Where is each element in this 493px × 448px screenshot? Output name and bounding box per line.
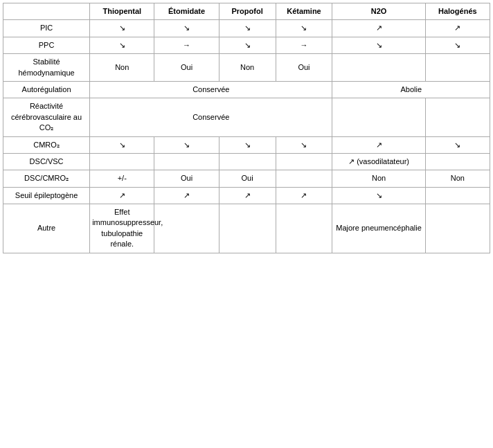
cell-ketamine: ↗ [276, 187, 332, 204]
cell-conservee: Conservée [90, 98, 332, 136]
cell-etomidate: Oui [154, 54, 219, 82]
cell-propofol [219, 204, 276, 253]
cell-halogenes [425, 187, 490, 204]
row-label: Réactivité cérébrovasculaire au CO₂ [3, 98, 90, 136]
cell-n2o: ↗ [332, 136, 425, 153]
table-row: CMRO₂↘↘↘↘↗↘ [3, 136, 490, 153]
cell-n2o: ↗ (vasodilatateur) [332, 153, 425, 170]
cell-propofol: ↗ [219, 187, 276, 204]
cell-ketamine [276, 153, 332, 170]
cell-abolie: Abolie [332, 81, 490, 98]
header-thiopental: Thiopental [90, 3, 154, 20]
header-label [3, 3, 90, 20]
row-label: Autorégulation [3, 81, 90, 98]
table-row: PPC↘→↘→↘↘ [3, 37, 490, 53]
cell-propofol: ↘ [219, 136, 276, 153]
cell-ketamine: ↘ [276, 20, 332, 37]
cell-thiopental: ↘ [90, 37, 154, 53]
cell-n2o [332, 98, 425, 136]
row-label: CMRO₂ [3, 136, 90, 153]
cell-etomidate: → [154, 37, 219, 53]
cell-propofol: ↘ [219, 37, 276, 53]
cell-etomidate: Oui [154, 170, 219, 187]
header-n2o: N2O [332, 3, 425, 20]
cell-thiopental [90, 153, 154, 170]
table-row: AutorégulationConservéeAbolie [3, 81, 490, 98]
cell-halogenes [425, 153, 490, 170]
header-row: Thiopental Étomidate Propofol Kétamine N… [3, 3, 490, 20]
row-label: Stabilité hémodynamique [3, 54, 90, 82]
cell-thiopental: ↘ [90, 20, 154, 37]
cell-propofol: Non [219, 54, 276, 82]
main-container: Thiopental Étomidate Propofol Kétamine N… [0, 0, 493, 448]
cell-ketamine: ↘ [276, 136, 332, 153]
row-label: Seuil épileptogène [3, 187, 90, 204]
cell-thiopental: ↗ [90, 187, 154, 204]
cell-n2o: ↘ [332, 37, 425, 53]
cell-n2o: ↗ [332, 20, 425, 37]
header-halogenes: Halogénés [425, 3, 490, 20]
cell-thiopental: Effet immunosuppresseur, tubulopathie ré… [90, 204, 154, 253]
cell-ketamine: → [276, 37, 332, 53]
cell-ketamine: Oui [276, 54, 332, 82]
header-propofol: Propofol [219, 3, 276, 20]
table-row: Stabilité hémodynamiqueNonOuiNonOui [3, 54, 490, 82]
data-table: Thiopental Étomidate Propofol Kétamine N… [3, 3, 490, 253]
cell-etomidate: ↘ [154, 136, 219, 153]
cell-propofol: ↘ [219, 20, 276, 37]
cell-halogenes [425, 204, 490, 253]
cell-n2o [332, 54, 425, 82]
cell-thiopental: +/- [90, 170, 154, 187]
cell-n2o: Non [332, 170, 425, 187]
cell-thiopental: Non [90, 54, 154, 82]
cell-halogenes [425, 54, 490, 82]
table-row: Réactivité cérébrovasculaire au CO₂Conse… [3, 98, 490, 136]
cell-etomidate [154, 204, 219, 253]
cell-propofol [219, 153, 276, 170]
row-label: DSC/VSC [3, 153, 90, 170]
cell-etomidate: ↘ [154, 20, 219, 37]
cell-halogenes: ↗ [425, 20, 490, 37]
table-row: AutreEffet immunosuppresseur, tubulopath… [3, 204, 490, 253]
cell-halogenes: ↘ [425, 136, 490, 153]
cell-halogenes: ↘ [425, 37, 490, 53]
cell-halogenes: Non [425, 170, 490, 187]
cell-halo [425, 98, 490, 136]
cell-n2o: ↘ [332, 187, 425, 204]
row-label: PPC [3, 37, 90, 53]
table-row: DSC/VSC↗ (vasodilatateur) [3, 153, 490, 170]
row-label: Autre [3, 204, 90, 253]
table-row: PIC↘↘↘↘↗↗ [3, 20, 490, 37]
table-row: Seuil épileptogène↗↗↗↗↘ [3, 187, 490, 204]
cell-conservee: Conservée [90, 81, 332, 98]
table-row: DSC/CMRO₂+/-OuiOuiNonNon [3, 170, 490, 187]
header-etomidate: Étomidate [154, 3, 219, 20]
header-ketamine: Kétamine [276, 3, 332, 20]
cell-ketamine [276, 170, 332, 187]
cell-etomidate: ↗ [154, 187, 219, 204]
cell-propofol: Oui [219, 170, 276, 187]
row-label: DSC/CMRO₂ [3, 170, 90, 187]
cell-n2o: Majore pneumencéphalie [332, 204, 425, 253]
cell-etomidate [154, 153, 219, 170]
cell-ketamine [276, 204, 332, 253]
cell-thiopental: ↘ [90, 136, 154, 153]
row-label: PIC [3, 20, 90, 37]
